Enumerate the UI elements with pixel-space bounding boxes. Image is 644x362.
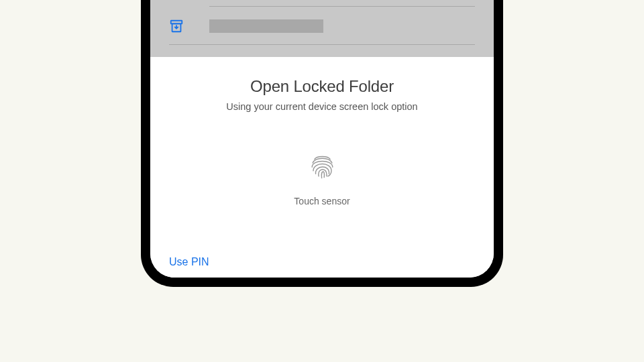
use-pin-button[interactable]: Use PIN xyxy=(169,256,209,268)
screen: Open Locked Folder Using your current de… xyxy=(150,0,494,278)
fingerprint-icon[interactable] xyxy=(307,151,337,181)
touch-sensor-label: Touch sensor xyxy=(294,196,350,206)
auth-subtitle: Using your current device screen lock op… xyxy=(226,101,417,112)
background-list-area xyxy=(150,0,494,57)
auth-title: Open Locked Folder xyxy=(250,77,394,96)
phone-frame: Open Locked Folder Using your current de… xyxy=(141,0,503,287)
auth-sheet: Open Locked Folder Using your current de… xyxy=(150,57,494,278)
list-divider xyxy=(209,0,475,7)
redacted-text-block xyxy=(209,19,323,33)
list-row xyxy=(169,7,475,45)
archive-icon xyxy=(169,19,184,34)
